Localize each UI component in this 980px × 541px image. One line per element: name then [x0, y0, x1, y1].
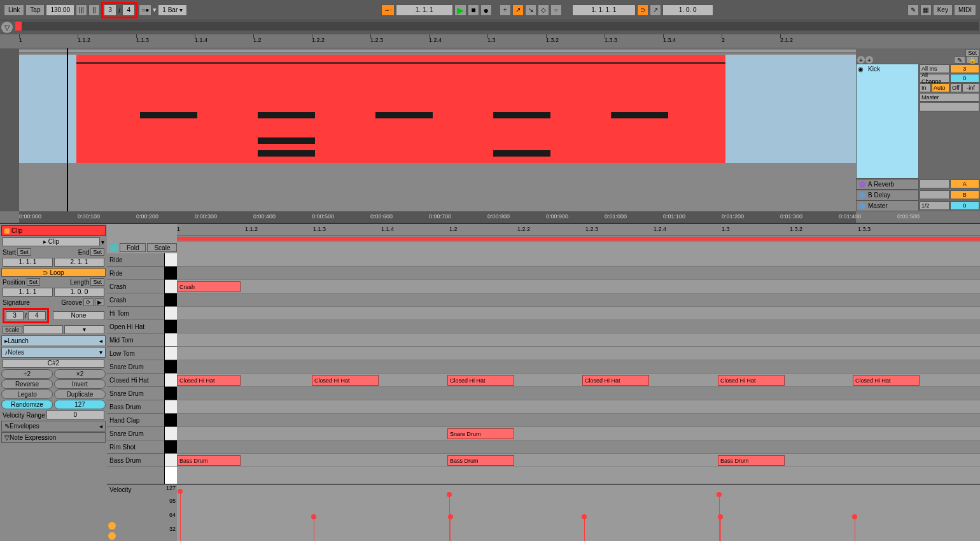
groove-hot-swap[interactable]: ⟳ — [83, 299, 94, 306]
scale-toggle[interactable]: Scale — [3, 326, 22, 334]
note-lane[interactable] — [177, 253, 980, 267]
drum-lane-label[interactable]: Crash — [107, 280, 164, 293]
drum-lane-label[interactable]: Mid Tom — [107, 334, 164, 347]
draw-mode-icon[interactable]: ✎ — [907, 4, 919, 16]
vel-range-value[interactable]: 0 — [46, 411, 104, 419]
link-button[interactable]: Link — [4, 4, 24, 16]
midi-map-button[interactable]: MIDI — [954, 4, 976, 16]
drum-lane-label[interactable]: Bass Drum — [107, 454, 164, 467]
piano-key[interactable] — [164, 360, 177, 374]
loop-toggle[interactable]: ⊃ Loop — [1, 268, 106, 277]
return-b[interactable]: B Delay — [856, 190, 919, 200]
piano-key[interactable] — [164, 347, 177, 360]
midi-note[interactable]: Closed Hi Hat — [447, 375, 514, 386]
note-lane[interactable] — [177, 307, 980, 320]
drum-lane-label[interactable]: Snare Drum — [107, 360, 164, 374]
drum-lane-label[interactable]: Hand Clap — [107, 414, 164, 427]
start-pos[interactable]: 1. 1. 1 — [3, 258, 53, 267]
note-expression-section[interactable]: ▽ Note Expression — [1, 432, 106, 443]
groove-select[interactable]: None — [53, 311, 104, 320]
tempo-field[interactable]: 130.00 — [46, 4, 74, 16]
note-lane[interactable] — [177, 320, 980, 334]
midi-loop-brace[interactable] — [177, 235, 980, 242]
drum-lane-label[interactable]: Ride — [107, 267, 164, 280]
quantize-menu[interactable]: 1 Bar ▾ — [158, 4, 187, 16]
randomize-value[interactable]: 127 — [54, 400, 106, 409]
bar-ruler[interactable]: 11.1.21.1.31.1.41.21.2.21.2.31.2.41.31.3… — [19, 34, 856, 48]
drum-lane-label[interactable]: Open Hi Hat — [107, 320, 164, 334]
launch-section[interactable]: ▸ Launch◂ — [1, 335, 106, 346]
fold-button[interactable]: Fold — [120, 243, 146, 252]
piano-key[interactable] — [164, 427, 177, 440]
midi-note[interactable]: Bass Drum — [177, 455, 241, 466]
stop-button[interactable]: ■ — [468, 4, 479, 16]
drum-lane-label[interactable]: Snare Drum — [107, 387, 164, 400]
clip-name-field[interactable]: ▸ Clip — [3, 237, 100, 246]
monitor-off[interactable]: Off — [950, 83, 962, 92]
play-button[interactable]: ▶ — [454, 4, 466, 16]
scale-mode[interactable]: ▾ — [64, 325, 104, 334]
solo-button[interactable]: 0 — [950, 74, 980, 83]
record-button[interactable]: ● — [480, 4, 492, 16]
monitor-in[interactable]: In — [920, 83, 931, 92]
tap-button[interactable]: Tap — [25, 4, 45, 16]
set-len[interactable]: Set — [90, 278, 104, 286]
velocity-lane[interactable]: Velocity 127 95 64 32 — [107, 484, 980, 541]
drum-lane-label[interactable]: Closed Hi Hat — [107, 374, 164, 387]
reverse-button[interactable]: Reverse — [1, 379, 53, 389]
notes-section[interactable]: ♪ Notes▾ — [1, 347, 106, 358]
note-lane[interactable]: Bass DrumBass DrumBass Drum — [177, 454, 980, 467]
scale-root[interactable] — [24, 325, 64, 334]
midi-note[interactable]: Closed Hi Hat — [853, 375, 920, 386]
back-to-arrangement[interactable]: ✎ — [954, 56, 965, 64]
track-header-kick[interactable]: ◉ Kick — [856, 64, 919, 179]
loop-length[interactable]: 1. 0. 0 — [662, 4, 713, 16]
vel-zoom-plus[interactable] — [108, 522, 116, 530]
loop-brace[interactable] — [19, 48, 856, 53]
note-lane[interactable] — [177, 347, 980, 360]
note-lane[interactable]: Closed Hi HatClosed Hi HatClosed Hi HatC… — [177, 374, 980, 387]
piano-key[interactable] — [164, 387, 177, 400]
midi-note[interactable]: Crash — [177, 281, 241, 292]
punch-in[interactable]: ↗ — [650, 4, 661, 16]
note-lane[interactable] — [177, 334, 980, 347]
piano-key[interactable] — [164, 320, 177, 334]
piano-key[interactable] — [164, 280, 177, 293]
prev-locator[interactable]: + — [865, 56, 873, 64]
drum-lane-label[interactable]: Ride — [107, 253, 164, 267]
midi-note[interactable]: Closed Hi Hat — [312, 375, 379, 386]
set-start[interactable]: Set — [17, 248, 31, 256]
clip-sig-num[interactable]: 3 — [6, 311, 24, 320]
capture-button[interactable]: ◇ — [538, 4, 549, 16]
note-lane[interactable] — [177, 267, 980, 280]
vel-zoom-minus[interactable] — [108, 532, 116, 540]
end-pos[interactable]: 2. 1. 1 — [54, 258, 104, 267]
drum-lane-label[interactable]: Snare Drum — [107, 427, 164, 440]
piano-key[interactable] — [164, 414, 177, 427]
output-channel[interactable] — [920, 102, 979, 111]
metronome-icon[interactable]: ||| — [76, 4, 87, 16]
note-lane[interactable] — [177, 387, 980, 400]
piano-key[interactable] — [164, 293, 177, 307]
time-ruler[interactable]: 0:00:0000:00:1000:00:2000:00:3000:00:400… — [19, 211, 856, 223]
follow-button[interactable]: →· — [381, 4, 395, 16]
sig-denominator[interactable]: 4 — [122, 4, 135, 16]
midi-note[interactable]: Snare Drum — [447, 428, 514, 439]
clip-sig-den[interactable]: 4 — [28, 311, 46, 320]
track-number[interactable]: 3 — [950, 64, 980, 73]
note-lane[interactable] — [177, 414, 980, 427]
note-lane[interactable] — [177, 360, 980, 374]
midi-note[interactable]: Closed Hi Hat — [582, 375, 649, 386]
half-tempo[interactable]: ÷2 — [1, 369, 53, 379]
arrangement-position[interactable]: 1. 1. 1 — [396, 4, 453, 16]
arrangement-overview[interactable] — [15, 22, 979, 31]
groove-commit[interactable]: ▶ — [95, 299, 104, 306]
overview-toggle[interactable]: ▽ — [1, 22, 13, 33]
note-lane[interactable]: Crash — [177, 280, 980, 293]
piano-key[interactable] — [164, 253, 177, 267]
piano-key[interactable] — [164, 307, 177, 320]
midi-note[interactable]: Bass Drum — [718, 455, 785, 466]
sig-numerator[interactable]: 3 — [104, 4, 116, 16]
midi-note[interactable]: Closed Hi Hat — [177, 375, 241, 386]
note-lane[interactable]: Snare Drum — [177, 427, 980, 440]
